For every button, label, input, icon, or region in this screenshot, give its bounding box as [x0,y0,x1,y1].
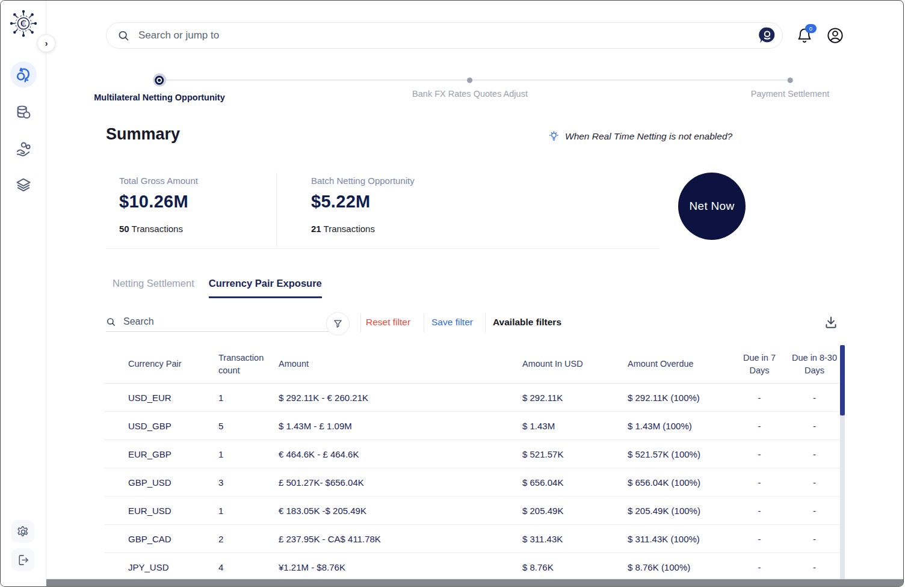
step-dot [467,78,472,83]
table-row[interactable]: GBP_CAD2£ 237.95K - CA$ 411.78K$ 311.43K… [104,525,843,553]
table-row[interactable]: USD_EUR1$ 292.11K - € 260.21K$ 292.11K$ … [104,384,843,412]
cell-due-8-30-days: - [786,384,843,412]
logout-icon [16,553,30,567]
lightbulb-icon [548,130,560,142]
cell-currency-pair: EUR_USD [104,497,218,525]
cell-due-7-days: - [733,440,786,468]
cell-amount-overdue: $ 311.43K (100%) [628,525,733,553]
cell-currency-pair: JPY_USD [104,553,218,581]
netting-hint[interactable]: When Real Time Netting is not enabled? [548,130,732,142]
cell-transaction-count: 5 [218,412,279,440]
table-search-input[interactable] [122,316,329,328]
coins-stack-icon [15,104,32,121]
app-window: ₵ [0,0,904,587]
cell-due-8-30-days: - [786,412,843,440]
stepper-step-2[interactable]: Bank FX Rates Quotes Adjust [412,73,528,99]
download-button[interactable] [823,314,839,331]
cell-amount: € 183.05K -$ 205.49K [279,497,522,525]
tab-currency-pair-exposure[interactable]: Currency Pair Exposure [209,278,322,298]
stepper-step-3[interactable]: Payment Settlement [751,73,830,99]
cell-amount-overdue: $ 205.49K (100%) [628,497,733,525]
svg-text:₵: ₵ [20,19,26,28]
table-search [106,312,329,332]
cell-due-7-days: - [733,497,786,525]
cell-due-7-days: - [733,525,786,553]
chevron-right-icon: › [45,38,48,48]
notification-badge: 0 [805,24,817,33]
assistant-button[interactable] [757,25,777,46]
table-row[interactable]: JPY_USD4¥1.21M - $8.76K$ 8.76K$ 8.76K (1… [104,553,843,581]
available-filters-button[interactable]: Available filters [493,317,561,328]
table-row[interactable]: USD_GBP5$ 1.43M - £ 1.09M$ 1.43M$ 1.43M … [104,412,843,440]
save-filter-button[interactable]: Save filter [431,317,473,328]
stat-total-gross: Total Gross Amount $10.26M 50 Transactio… [119,176,198,234]
cell-due-7-days: - [733,384,786,412]
cell-currency-pair: GBP_USD [104,468,218,497]
cell-amount-in-usd: $ 656.04K [522,468,628,497]
cell-currency-pair: EUR_GBP [104,440,218,468]
stat-count-suffix: Transactions [321,224,375,234]
cell-due-7-days: - [733,553,786,581]
sidebar-item-accounts[interactable] [14,103,32,121]
stepper-step-1[interactable]: Multilateral Netting Opportunity [94,73,225,102]
currency-pair-table: Currency PairTransaction countAmountAmou… [104,345,843,581]
download-icon [823,314,839,331]
search-icon [117,29,130,42]
cell-due-7-days: - [733,412,786,440]
col-header-due-8-30-days: Due in 8-30 Days [786,345,843,384]
global-search [106,22,783,49]
cell-amount-overdue: $ 521.57K (100%) [628,440,733,468]
filter-button[interactable] [326,312,350,335]
net-now-button[interactable]: Net Now [678,173,746,240]
step-label: Bank FX Rates Quotes Adjust [412,89,528,99]
gear-icon [16,525,30,539]
sidebar-item-netting[interactable] [10,61,37,88]
cell-currency-pair: GBP_CAD [104,525,218,553]
cell-due-7-days: - [733,468,786,497]
col-header-due-7-days: Due in 7 Days [733,345,786,384]
step-label: Multilateral Netting Opportunity [94,93,225,102]
cell-amount-in-usd: $ 311.43K [522,525,628,553]
layers-icon [15,177,32,194]
horizontal-scrollbar[interactable] [46,579,903,586]
cell-transaction-count: 3 [218,468,279,497]
table-row[interactable]: EUR_USD1€ 183.05K -$ 205.49K$ 205.49K$ 2… [104,497,843,525]
sidebar-item-cash[interactable] [14,140,32,158]
vertical-scrollbar-thumb[interactable] [840,345,845,415]
table-header-row: Currency PairTransaction countAmountAmou… [104,345,843,384]
stat-label: Batch Netting Opportunity [311,176,415,186]
settings-button[interactable] [11,520,34,543]
cell-amount-in-usd: $ 1.43M [522,412,628,440]
stat-value: $10.26M [119,192,198,212]
sidebar-expand-button[interactable]: › [37,34,55,52]
logout-button[interactable] [11,548,34,571]
cell-amount-overdue: $ 656.04K (100%) [628,468,733,497]
cell-due-8-30-days: - [786,497,843,525]
cell-amount-in-usd: $ 8.76K [522,553,628,581]
stat-count-number: 50 [119,224,129,234]
cell-amount: £ 501.27K- $656.04K [279,468,522,497]
reset-filter-button[interactable]: Reset filter [366,317,410,328]
notifications-button[interactable]: 0 [796,27,814,45]
table-row[interactable]: EUR_GBP1€ 464.6K - £ 464.6K$ 521.57K$ 52… [104,440,843,468]
profile-button[interactable] [826,26,844,44]
cell-transaction-count: 2 [218,525,279,553]
table-row[interactable]: GBP_USD3£ 501.27K- $656.04K$ 656.04K$ 65… [104,468,843,497]
stat-label: Total Gross Amount [119,176,198,186]
cell-currency-pair: USD_EUR [104,384,218,412]
global-search-input[interactable] [137,29,757,42]
table-vertical-scrollbar[interactable] [840,345,845,581]
col-header-transaction-count: Transaction count [218,345,279,384]
filter-divider [424,313,424,332]
sync-exchange-icon [15,67,31,83]
step-label: Payment Settlement [751,89,830,99]
cell-transaction-count: 1 [218,497,279,525]
search-icon [106,317,116,327]
sidebar-item-layers[interactable] [14,176,32,194]
tab-netting-settlement[interactable]: Netting Settlement [113,278,194,298]
cell-due-8-30-days: - [786,440,843,468]
page-title: Summary [106,125,180,144]
stat-count: 21 Transactions [311,224,415,234]
cell-due-8-30-days: - [786,553,843,581]
cell-amount-overdue: $ 8.76K (100%) [628,553,733,581]
